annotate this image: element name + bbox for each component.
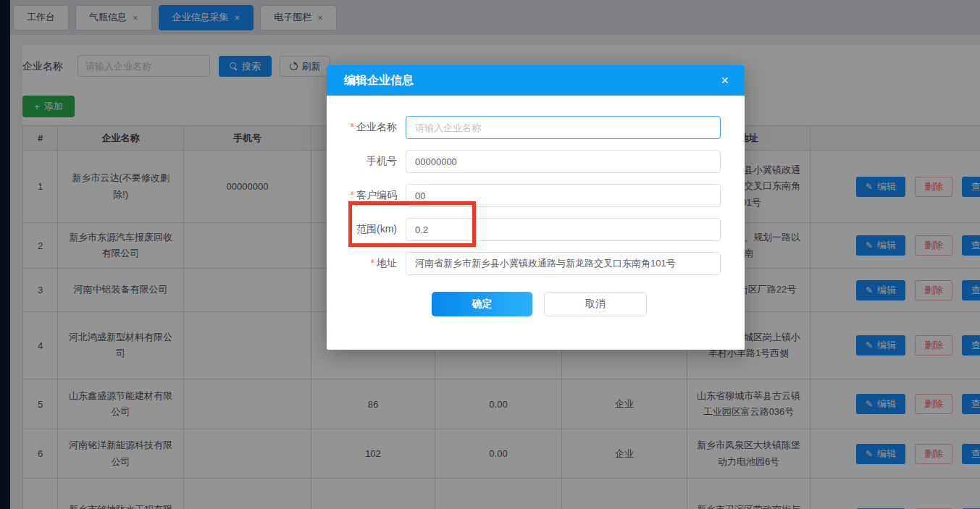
form-row-customer-code: *客户编码 [327, 184, 745, 207]
modal-title: 编辑企业信息 [344, 73, 414, 88]
modal-body: *企业名称 手机号 *客户编码 范围(km) *地址 确定 取消 [327, 96, 745, 316]
form-row-range-km: 范围(km) [327, 218, 745, 241]
field-label: 手机号 [327, 155, 406, 168]
address-field[interactable] [406, 252, 721, 275]
edit-enterprise-modal: 编辑企业信息 × *企业名称 手机号 *客户编码 范围(km) *地址 [327, 65, 745, 350]
company-name-field[interactable] [406, 116, 721, 139]
required-asterisk: * [351, 121, 354, 132]
form-row-company-name: *企业名称 [327, 116, 745, 139]
phone-field[interactable] [406, 150, 721, 173]
field-label: 范围(km) [327, 223, 406, 236]
modal-footer: 确定 取消 [327, 292, 745, 316]
confirm-button[interactable]: 确定 [432, 292, 532, 316]
app-root: 工作台 气瓶信息 × 企业信息采集 × 电子围栏 × 企业名称 搜索 刷新 + … [0, 0, 980, 509]
customer-code-field[interactable] [406, 184, 721, 207]
form-row-phone: 手机号 [327, 150, 745, 173]
field-label: *客户编码 [327, 189, 406, 202]
field-label: *地址 [327, 257, 406, 270]
close-icon[interactable]: × [721, 74, 729, 87]
required-asterisk: * [371, 257, 374, 269]
modal-header: 编辑企业信息 × [327, 65, 745, 96]
required-asterisk: * [351, 189, 354, 201]
range-km-field[interactable] [406, 218, 721, 241]
cancel-button[interactable]: 取消 [544, 292, 647, 316]
form-row-address: *地址 [327, 252, 745, 275]
field-label: *企业名称 [327, 121, 406, 134]
